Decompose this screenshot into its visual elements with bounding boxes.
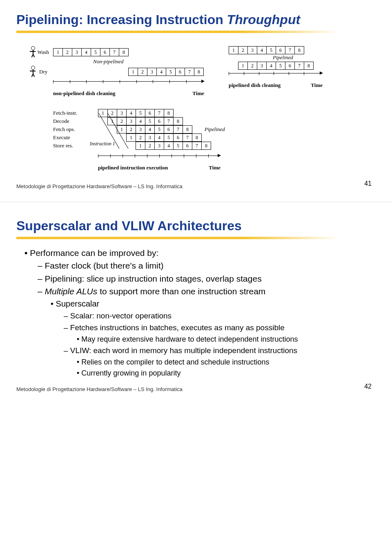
list-item: Scalar: non-vector operations: [24, 311, 376, 321]
cell: 4: [164, 142, 174, 150]
italic-text: Multiple ALUs: [45, 287, 98, 296]
cell: 5: [276, 62, 285, 70]
cell: 5: [266, 46, 276, 54]
slide-2: Superscalar and VLIW Architectures Perfo…: [0, 206, 392, 400]
cell: 6: [154, 117, 164, 125]
slide-title: Pipelining: Increasing Instruction Throu…: [16, 12, 376, 27]
nonpipelined-group: Wash 1 2 3 4 5 6 7 8 Non-pipelin: [29, 45, 204, 97]
cell: 1: [238, 62, 248, 70]
stage-label: Execute: [53, 134, 98, 141]
cell: 7: [185, 68, 194, 76]
time-label: Time: [209, 165, 220, 171]
pipelined-caption-right: Pipelined: [205, 126, 225, 133]
cell: 8: [194, 68, 204, 76]
cell: 2: [138, 68, 147, 76]
cell: 1: [229, 46, 238, 54]
time-label: Time: [192, 90, 204, 97]
pipelined-group: 1 2 3 4 5 6 7 8 Pipelined: [229, 45, 323, 97]
cell: 3: [257, 62, 267, 70]
slide-1: Pipelining: Increasing Instruction Throu…: [0, 0, 392, 198]
axis-label-nonpipe: non-pipelined dish cleaning: [53, 90, 115, 97]
cell: 6: [276, 46, 285, 54]
person-icon: [29, 46, 35, 58]
cell: 6: [164, 125, 174, 133]
list-item: Relies on the compiler to detect and sch…: [24, 357, 376, 367]
cell: 8: [164, 109, 174, 117]
cell: 5: [166, 68, 176, 76]
cell: 6: [285, 62, 295, 70]
cell: 2: [126, 125, 136, 133]
cell: 6: [145, 109, 155, 117]
cell: 4: [266, 62, 276, 70]
time-axis-pipe: [229, 73, 323, 81]
title-underline: [16, 237, 340, 239]
cell: 5: [145, 117, 155, 125]
list-item: Superscalar: [24, 298, 376, 309]
list-item: May require extensive hardware to detect…: [24, 334, 376, 344]
cell: 4: [257, 46, 267, 54]
time-label: Time: [311, 82, 323, 89]
cell: 4: [81, 48, 91, 56]
cell: 6: [183, 142, 192, 150]
cell: 8: [294, 46, 304, 54]
cell: 3: [126, 117, 136, 125]
wash-boxes-nonpipe: 1 2 3 4 5 6 7 8: [53, 48, 129, 56]
stage-label: Fetch ops.: [53, 126, 98, 133]
cell: 5: [154, 125, 164, 133]
cell: 2: [247, 62, 257, 70]
cell: 1: [136, 142, 145, 150]
cell: 2: [117, 117, 127, 125]
cell: 7: [294, 62, 304, 70]
title-text: Pipelining: Increasing Instruction: [16, 12, 227, 27]
cell: 3: [154, 142, 164, 150]
cell: 4: [156, 68, 166, 76]
slide-footer: Metodologie di Progettazione Hardware/So…: [16, 386, 376, 392]
cell: 5: [164, 133, 174, 142]
title-underline: [16, 31, 340, 33]
axis-label-pipe: pipelined dish cleaning: [229, 82, 281, 89]
cell: 7: [109, 48, 119, 56]
list-item: Currently growing in popularity: [24, 368, 376, 378]
time-axis-instr: [98, 156, 220, 164]
list-item: Pipelining: slice up instruction into st…: [24, 273, 376, 285]
list-item: Fetches instructions in batches, execute…: [24, 322, 376, 333]
cell: 5: [91, 48, 100, 56]
cell: 6: [175, 68, 185, 76]
cell: 8: [192, 133, 202, 142]
cell: 8: [183, 125, 192, 133]
instruction-pipeline-diagram: Fetch-instr. 12345678 Decode 12345678 Fe…: [53, 109, 376, 171]
cell: 3: [145, 133, 155, 142]
cell: 7: [154, 109, 164, 117]
dish-cleaning-diagram: Wash 1 2 3 4 5 6 7 8 Non-pipelin: [16, 41, 376, 175]
list-item: Performance can be improved by:: [24, 247, 376, 259]
dry-boxes-nonpipe: 1 2 3 4 5 6 7 8: [128, 68, 204, 76]
person-icon: [29, 66, 37, 78]
pipelined-caption: Pipelined: [273, 54, 293, 61]
wash-label: Wash: [37, 49, 49, 56]
cell: 7: [173, 125, 183, 133]
cell: 5: [136, 109, 145, 117]
cell: 4: [145, 125, 155, 133]
cell: 3: [147, 68, 157, 76]
dry-boxes-pipe: 1 2 3 4 5 6 7 8: [238, 62, 314, 70]
cell: 3: [72, 48, 82, 56]
stage-label: Fetch-instr.: [53, 110, 98, 116]
cell: 7: [285, 46, 295, 54]
cell: 8: [119, 48, 129, 56]
cell: 6: [100, 48, 110, 56]
page-number: 42: [364, 383, 372, 390]
cell: 5: [173, 142, 183, 150]
cell: 2: [145, 142, 155, 150]
cell: 7: [164, 117, 174, 125]
content-list: Performance can be improved by: Faster c…: [16, 247, 376, 378]
stage-label: Decode: [53, 118, 98, 124]
text: to support more than one instruction str…: [97, 287, 265, 296]
cell: 3: [136, 125, 145, 133]
cell: 8: [173, 117, 183, 125]
cell: 6: [173, 133, 183, 142]
slide-footer: Metodologie di Progettazione Hardware/So…: [16, 183, 376, 189]
instruction1-label: Instruction 1: [90, 141, 115, 147]
list-item: Multiple ALUs to support more than one i…: [24, 286, 376, 297]
list-item: Faster clock (but there's a limit): [24, 260, 376, 271]
cell: 2: [238, 46, 248, 54]
